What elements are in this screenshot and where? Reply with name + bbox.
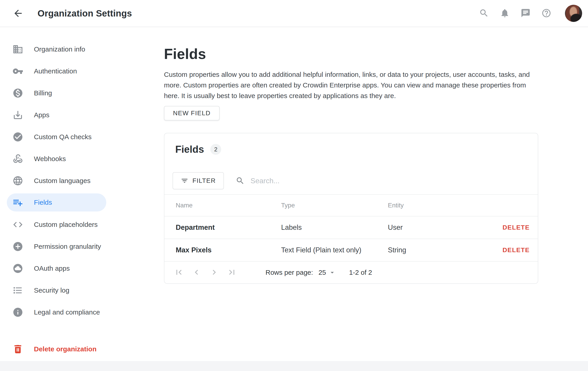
page-description: Custom properties allow you to add addit… [164,69,531,101]
column-header-entity: Entity [388,202,530,209]
cloud-circle-icon [12,263,23,274]
rows-per-page-value: 25 [318,269,326,276]
pagination-range: 1-2 of 2 [349,269,372,276]
dollar-circle-icon [12,88,23,99]
sidebar-item-custom-placeholders[interactable]: Custom placeholders [0,213,111,235]
sidebar-item-permission-granularity[interactable]: Permission granularity [0,235,111,257]
first-page-icon[interactable] [173,267,184,278]
sidebar-item-delete-organization[interactable]: Delete organization [0,338,111,360]
field-type: Text Field (Plain text only) [281,246,388,254]
new-field-button[interactable]: NEW FIELD [164,106,220,120]
column-header-name: Name [176,202,281,209]
next-page-icon[interactable] [209,267,220,278]
help-icon[interactable] [541,8,552,19]
filter-button[interactable]: FILTER [173,172,224,189]
last-page-icon[interactable] [226,267,237,278]
chevron-down-icon [328,269,336,276]
search-icon [236,176,245,185]
page-heading: Fields [164,46,542,62]
search-field [236,176,530,185]
settings-sidebar: Organization info Authentication Billing… [0,27,111,361]
key-icon [12,66,23,77]
delete-row-button[interactable]: DELETE [503,247,530,254]
sidebar-item-billing[interactable]: Billing [0,82,111,104]
messages-chat-icon[interactable] [520,8,531,19]
sidebar-item-label: Custom placeholders [34,221,98,228]
sidebar-item-label: Apps [34,111,49,119]
filter-row: FILTER [173,172,530,189]
sidebar-item-label: Delete organization [34,345,96,353]
globe-icon [12,175,23,186]
card-header: Fields 2 [164,133,538,155]
back-arrow-icon[interactable] [13,8,23,19]
table-row: Department Labels User DELETE [164,216,538,239]
sidebar-item-custom-qa-checks[interactable]: Custom QA checks [0,126,111,148]
table-header-row: Name Type Entity [164,195,538,216]
sidebar-item-label: Organization info [34,45,85,53]
sidebar-item-label: Billing [34,89,52,97]
sidebar-item-label: Custom languages [34,177,90,185]
notifications-bell-icon[interactable] [499,8,510,19]
sidebar-item-label: Authentication [34,67,77,75]
sidebar-item-label: Custom QA checks [34,133,92,141]
sidebar-item-legal-and-compliance[interactable]: Legal and compliance [0,301,111,323]
add-circle-icon [12,241,23,252]
field-entity: String [388,246,503,254]
webhook-icon [12,153,23,164]
fields-card: Fields 2 FILTER Name Type Entity Departm… [164,133,538,284]
table-pagination: Rows per page: 25 1-2 of 2 [164,261,538,283]
sidebar-item-apps[interactable]: Apps [0,104,111,126]
page-title: Organization Settings [38,8,132,19]
search-input[interactable] [251,177,409,185]
count-badge: 2 [210,144,221,155]
avatar[interactable] [565,5,582,22]
sidebar-item-fields[interactable]: Fields [7,193,106,211]
info-icon [12,307,23,318]
field-name: Department [176,223,281,231]
table-row: Max Pixels Text Field (Plain text only) … [164,239,538,261]
previous-page-icon[interactable] [191,267,202,278]
sidebar-item-label: Legal and compliance [34,308,100,316]
sidebar-item-oauth-apps[interactable]: OAuth apps [0,257,111,279]
card-title: Fields [175,144,204,155]
download-icon [12,110,23,120]
footer-strip [0,361,588,371]
delete-row-button[interactable]: DELETE [503,224,530,231]
field-type: Labels [281,223,388,231]
app-bar-actions [479,5,588,22]
filter-icon [181,177,188,185]
sidebar-item-custom-languages[interactable]: Custom languages [0,170,111,192]
sidebar-item-label: Permission granularity [34,243,101,250]
rows-per-page-select[interactable]: 25 [318,269,336,276]
check-circle-icon [12,131,23,142]
filter-button-label: FILTER [192,177,216,184]
building-icon [12,44,23,55]
rows-per-page-label: Rows per page: [265,269,313,276]
playlist-add-icon [12,197,23,208]
trash-icon [12,344,23,354]
sidebar-item-organization-info[interactable]: Organization info [0,38,111,60]
sidebar-item-label: Security log [34,287,69,294]
main-content: Fields Custom properties allow you to ad… [111,27,588,361]
column-header-type: Type [281,202,388,209]
field-entity: User [388,223,503,231]
list-icon [12,285,23,296]
code-icon [12,219,23,230]
sidebar-item-label: Webhooks [34,155,66,163]
sidebar-item-webhooks[interactable]: Webhooks [0,148,111,170]
sidebar-item-security-log[interactable]: Security log [0,279,111,301]
sidebar-item-authentication[interactable]: Authentication [0,60,111,82]
sidebar-item-label: OAuth apps [34,265,70,272]
search-icon[interactable] [479,8,489,19]
app-bar: Organization Settings [0,0,588,27]
field-name: Max Pixels [176,246,281,254]
sidebar-item-label: Fields [34,199,52,206]
